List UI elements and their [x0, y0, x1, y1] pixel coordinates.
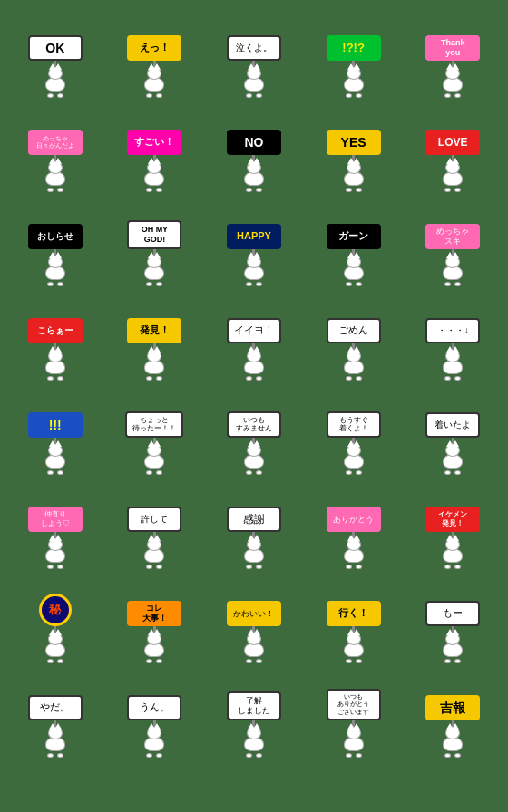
- sticker-25[interactable]: 着いたよ: [405, 384, 501, 475]
- sign-26: 仲直り しよう♡: [28, 507, 83, 532]
- sticker-40[interactable]: 吉報: [405, 667, 501, 758]
- cat-21: [45, 454, 65, 475]
- sign-15: めっちゃ スキ: [425, 224, 480, 249]
- sticker-7[interactable]: すごい！: [107, 102, 203, 192]
- sign-20: ・・・↓: [425, 318, 480, 343]
- cat-19: [344, 360, 364, 381]
- sticker-22[interactable]: ちょっと 待ったー！！: [107, 384, 203, 475]
- sign-40: 吉報: [425, 695, 480, 720]
- sticker-10[interactable]: LOVE: [405, 102, 501, 192]
- sign-13: HAPPY: [227, 224, 281, 249]
- cat-9: [344, 171, 364, 192]
- sign-32: コレ 大事！: [127, 601, 181, 626]
- sign-21: !!!: [28, 412, 83, 438]
- cat-10: [443, 171, 463, 192]
- sign-16: こらぁー: [28, 318, 83, 343]
- cat-2: [144, 77, 164, 98]
- sign-18: イイヨ！: [227, 318, 281, 343]
- sticker-37[interactable]: うん。: [107, 667, 203, 758]
- cat-1: [45, 77, 65, 98]
- cat-26: [45, 548, 65, 569]
- sticker-16[interactable]: こらぁー: [7, 290, 103, 381]
- sticker-38[interactable]: 了解 しました: [206, 667, 302, 758]
- cat-12: [144, 266, 164, 286]
- sign-11: おしらせ: [28, 224, 83, 249]
- cat-33: [244, 643, 264, 663]
- sign-25: 着いたよ: [425, 412, 480, 438]
- cat-31: [45, 643, 65, 663]
- sign-36: やだ。: [28, 695, 83, 720]
- sign-24: もうすぐ 着くよ！: [327, 411, 381, 438]
- sticker-36[interactable]: やだ。: [7, 667, 103, 758]
- sticker-35[interactable]: もー: [405, 573, 501, 663]
- cat-35: [443, 643, 463, 663]
- cat-6: [45, 171, 65, 192]
- sticker-11[interactable]: おしらせ: [7, 196, 103, 286]
- cat-34: [344, 643, 364, 663]
- cat-14: [344, 266, 364, 286]
- sticker-4[interactable]: !?!?: [306, 7, 402, 98]
- sign-17: 発見！: [127, 318, 181, 343]
- sticker-15[interactable]: めっちゃ スキ: [405, 196, 501, 286]
- sticker-29[interactable]: ありがとう: [306, 478, 402, 569]
- sticker-27[interactable]: 許して: [107, 478, 203, 569]
- cat-18: [244, 360, 264, 381]
- sign-29: ありがとう: [327, 507, 381, 532]
- sticker-12[interactable]: OH MY GOD!: [107, 196, 203, 286]
- sign-35: もー: [425, 601, 480, 626]
- sticker-30[interactable]: イケメン 発見！: [405, 478, 501, 569]
- sticker-39[interactable]: いつも ありがとう ございます: [306, 667, 402, 758]
- sign-12: OH MY GOD!: [127, 220, 181, 249]
- sticker-grid: OKえっ！泣くよ。!?!?Thank youめっちゃ 日々がんだよすごい！NOY…: [0, 0, 508, 765]
- cat-11: [45, 266, 65, 286]
- cat-16: [45, 360, 65, 381]
- sticker-19[interactable]: ごめん: [306, 290, 402, 381]
- sticker-13[interactable]: HAPPY: [206, 196, 302, 286]
- sign-27: 許して: [127, 507, 181, 532]
- sticker-3[interactable]: 泣くよ。: [206, 7, 302, 98]
- sticker-6[interactable]: めっちゃ 日々がんだよ: [7, 102, 103, 192]
- sign-14: ガーン: [327, 224, 381, 249]
- cat-20: [443, 360, 463, 381]
- sign-39: いつも ありがとう ございます: [327, 689, 381, 720]
- sticker-28[interactable]: 感謝: [206, 478, 302, 569]
- cat-5: [443, 77, 463, 98]
- sign-38: 了解 しました: [227, 691, 281, 720]
- sticker-33[interactable]: かわいい！: [206, 573, 302, 663]
- sticker-9[interactable]: YES: [306, 102, 402, 192]
- sticker-14[interactable]: ガーン: [306, 196, 402, 286]
- cat-3: [244, 77, 264, 98]
- sign-33: かわいい！: [227, 601, 281, 626]
- cat-22: [144, 454, 164, 475]
- sign-9: YES: [327, 130, 381, 155]
- cat-13: [244, 266, 264, 286]
- sign-34: 行く！: [327, 601, 381, 626]
- sticker-31[interactable]: 秘: [7, 573, 103, 663]
- sticker-18[interactable]: イイヨ！: [206, 290, 302, 381]
- sign-5: Thank you: [425, 35, 480, 61]
- sticker-17[interactable]: 発見！: [107, 290, 203, 381]
- sticker-34[interactable]: 行く！: [306, 573, 402, 663]
- sign-2: えっ！: [127, 35, 181, 61]
- sticker-23[interactable]: いつも すみません: [206, 384, 302, 475]
- sticker-5[interactable]: Thank you: [405, 7, 501, 98]
- sticker-32[interactable]: コレ 大事！: [107, 573, 203, 663]
- cat-30: [443, 548, 463, 569]
- cat-23: [244, 454, 264, 475]
- cat-39: [344, 737, 364, 758]
- sticker-8[interactable]: NO: [206, 102, 302, 192]
- sticker-21[interactable]: !!!: [7, 384, 103, 475]
- cat-7: [144, 171, 164, 192]
- cat-15: [443, 266, 463, 286]
- cat-17: [144, 360, 164, 381]
- sign-7: すごい！: [127, 130, 181, 155]
- cat-25: [443, 454, 463, 475]
- sticker-24[interactable]: もうすぐ 着くよ！: [306, 384, 402, 475]
- sticker-2[interactable]: えっ！: [107, 7, 203, 98]
- sticker-1[interactable]: OK: [7, 7, 103, 98]
- sticker-26[interactable]: 仲直り しよう♡: [7, 478, 103, 569]
- cat-37: [144, 737, 164, 758]
- sign-23: いつも すみません: [227, 411, 281, 438]
- sticker-20[interactable]: ・・・↓: [405, 290, 501, 381]
- sign-19: ごめん: [327, 318, 381, 343]
